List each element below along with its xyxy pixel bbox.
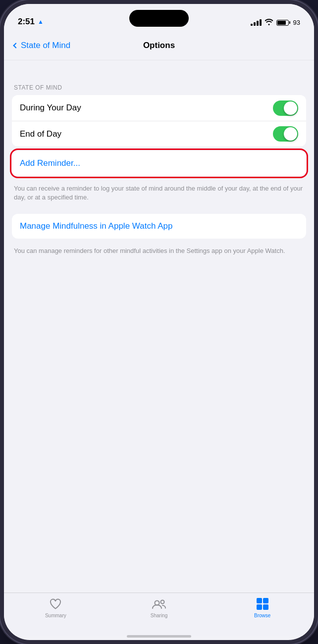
time-text: 2:51 <box>18 17 35 27</box>
back-chevron-icon <box>13 43 18 48</box>
back-label: State of Mind <box>21 41 70 50</box>
home-bar <box>127 635 191 638</box>
dynamic-island <box>129 10 189 27</box>
screen: 2:51 ▲ <box>4 4 314 640</box>
signal-icon <box>251 19 262 26</box>
status-time: 2:51 ▲ <box>18 17 44 27</box>
tab-browse[interactable]: Browse <box>211 597 314 618</box>
add-reminder-button[interactable]: Add Reminder... <box>20 158 80 168</box>
tab-summary-label: Summary <box>45 613 66 618</box>
manage-mindfulness-card: Manage Mindfulness in Apple Watch App <box>12 214 306 239</box>
during-your-day-toggle[interactable] <box>273 100 298 116</box>
manage-description: You can manage reminders for other mindf… <box>4 243 314 255</box>
section-label-state-of-mind: STATE OF MIND <box>4 84 314 95</box>
home-indicator <box>4 636 314 640</box>
svg-point-1 <box>161 600 164 604</box>
browse-icon <box>256 597 269 611</box>
sharing-icon <box>152 597 166 611</box>
end-of-day-label: End of Day <box>20 129 61 139</box>
toggle-thumb-2 <box>284 127 297 141</box>
location-icon: ▲ <box>38 18 44 25</box>
tab-bar: Summary Sharing <box>4 593 314 636</box>
during-your-day-label: During Your Day <box>20 103 81 113</box>
reminder-description: You can receive a reminder to log your s… <box>4 180 314 202</box>
battery-icon <box>276 20 290 26</box>
state-of-mind-card: During Your Day End of Day <box>12 95 306 147</box>
toggle-thumb <box>284 101 297 115</box>
tab-sharing-label: Sharing <box>151 613 167 618</box>
tab-summary[interactable]: Summary <box>4 597 107 618</box>
tab-sharing[interactable]: Sharing <box>107 597 211 618</box>
battery-percent: 93 <box>293 19 300 26</box>
heart-icon <box>49 597 62 611</box>
back-button[interactable]: State of Mind <box>14 41 110 50</box>
content-area: STATE OF MIND During Your Day End of Day <box>4 60 314 593</box>
status-icons: 93 <box>251 18 300 27</box>
nav-bar: State of Mind Options <box>4 31 314 60</box>
phone-frame: 2:51 ▲ <box>0 0 318 644</box>
manage-mindfulness-link[interactable]: Manage Mindfulness in Apple Watch App <box>20 221 172 231</box>
tab-browse-label: Browse <box>254 613 270 618</box>
page-title: Options <box>110 41 207 50</box>
wifi-icon <box>265 18 273 27</box>
end-of-day-row: End of Day <box>12 121 306 147</box>
add-reminder-card: Add Reminder... <box>12 150 306 176</box>
end-of-day-toggle[interactable] <box>273 126 298 142</box>
during-your-day-row: During Your Day <box>12 95 306 121</box>
